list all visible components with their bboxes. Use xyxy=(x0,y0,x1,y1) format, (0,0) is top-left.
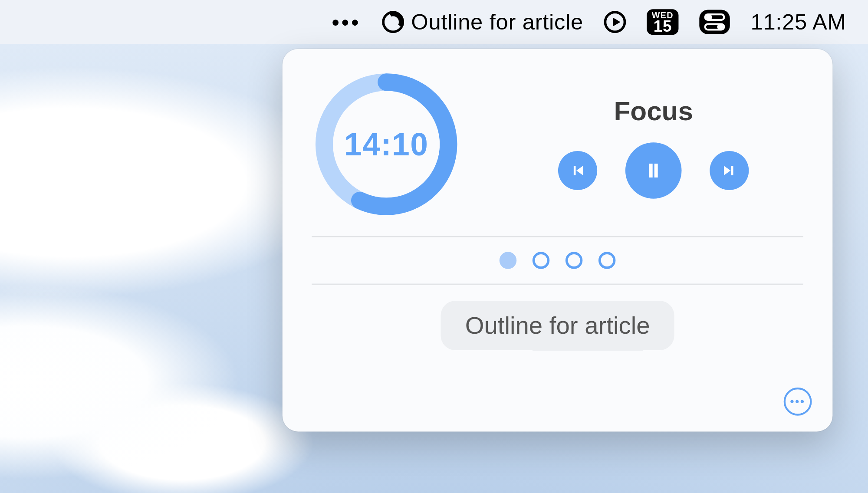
menubar-clock[interactable]: 11:25 AM xyxy=(750,9,846,35)
menubar-play-item[interactable] xyxy=(604,11,626,33)
session-dot xyxy=(566,252,582,269)
task-name: Outline for article xyxy=(465,312,650,339)
pause-button[interactable] xyxy=(625,142,682,199)
time-remaining: 14:10 xyxy=(312,70,461,219)
control-center-icon xyxy=(699,10,730,34)
session-dot xyxy=(500,252,516,269)
more-options-button[interactable]: ••• xyxy=(784,388,812,416)
menubar-timer-item[interactable]: Outline for article xyxy=(382,9,583,35)
calendar-day: 15 xyxy=(654,19,672,33)
progress-half-icon xyxy=(382,11,404,33)
session-dot xyxy=(533,252,549,269)
panel-top-row: 14:10 Focus xyxy=(312,70,803,219)
skip-forward-icon xyxy=(721,163,737,179)
calendar-badge-icon: WED 15 xyxy=(647,9,679,35)
menubar: ••• Outline for article WED 15 11:25 AM xyxy=(0,0,868,44)
previous-button[interactable] xyxy=(558,151,597,190)
ellipsis-icon: ••• xyxy=(790,395,806,408)
mode-label: Focus xyxy=(614,96,693,126)
play-circle-icon xyxy=(604,11,626,33)
session-dot xyxy=(598,252,615,269)
task-pill[interactable]: Outline for article xyxy=(441,301,674,350)
pause-icon xyxy=(643,160,664,181)
progress-ring: 14:10 xyxy=(312,70,461,219)
playback-controls xyxy=(558,142,749,199)
menubar-task-title: Outline for article xyxy=(411,9,583,35)
skip-back-icon xyxy=(570,163,586,179)
divider xyxy=(312,284,803,285)
menubar-calendar-item[interactable]: WED 15 xyxy=(647,9,679,35)
session-dots xyxy=(312,248,803,273)
next-button[interactable] xyxy=(710,151,749,190)
timer-popover: 14:10 Focus xyxy=(283,49,833,432)
controls-column: Focus xyxy=(504,96,803,199)
overflow-menu-icon[interactable]: ••• xyxy=(332,10,361,34)
divider xyxy=(312,236,803,237)
control-center-item[interactable] xyxy=(699,10,730,34)
